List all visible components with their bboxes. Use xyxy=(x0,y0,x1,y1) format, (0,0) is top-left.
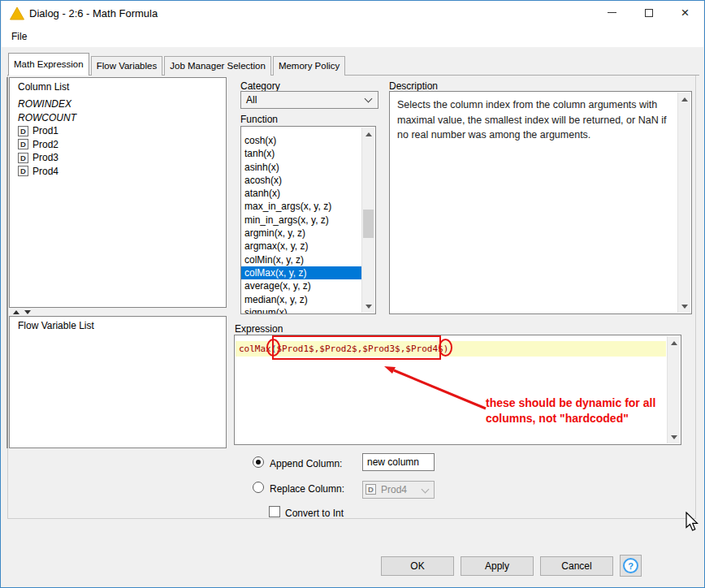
close-button[interactable]: × xyxy=(667,1,703,24)
function-scrollbar[interactable] xyxy=(361,128,374,313)
scrollbar-thumb[interactable] xyxy=(363,210,374,238)
apply-button[interactable]: Apply xyxy=(461,556,534,576)
column-list-header: Column List xyxy=(10,78,226,94)
double-type-icon: D xyxy=(18,166,28,176)
list-item-prod3[interactable]: DProd3 xyxy=(15,151,224,165)
category-value: All xyxy=(246,94,257,106)
column-list: ROWINDEX ROWCOUNT DProd1 DProd2 DProd3 D… xyxy=(15,97,224,178)
list-item-prod4[interactable]: DProd4 xyxy=(15,165,224,179)
scroll-down-icon xyxy=(671,435,677,439)
help-button[interactable]: ? xyxy=(620,555,642,577)
scroll-down-button[interactable] xyxy=(362,300,375,313)
chevron-down-icon xyxy=(422,486,430,494)
scroll-up-icon xyxy=(681,97,688,102)
replace-column-select[interactable]: D Prod4 xyxy=(362,481,435,499)
flow-variable-list-header: Flow Variable List xyxy=(10,317,226,333)
replace-column-label[interactable]: Replace Column: xyxy=(270,483,344,495)
warning-triangle-icon xyxy=(10,6,24,20)
annotation-oval-close-paren xyxy=(439,339,452,357)
function-list-box: cosh(x) tanh(x) asinh(x) acosh(x) atanh(… xyxy=(240,126,376,314)
description-scrollbar[interactable] xyxy=(677,93,690,313)
annotation-line-2: columns, not "hardcoded" xyxy=(486,411,655,426)
scroll-up-button[interactable] xyxy=(362,128,375,141)
description-text: Selects the column index from the column… xyxy=(397,97,668,143)
function-item[interactable]: atanh(x) xyxy=(241,187,361,200)
menu-bar: File xyxy=(2,25,703,47)
scroll-up-icon xyxy=(671,341,677,345)
column-name: Prod2 xyxy=(32,139,58,150)
function-item[interactable]: colMin(x, y, z) xyxy=(241,253,361,266)
column-name: Prod4 xyxy=(32,166,58,177)
double-type-icon: D xyxy=(18,153,28,163)
help-icon: ? xyxy=(623,558,638,573)
list-item-rowindex[interactable]: ROWINDEX xyxy=(15,97,224,111)
annotation-rectangle xyxy=(272,335,441,360)
description-box: Selects the column index from the column… xyxy=(389,91,692,314)
function-item[interactable]: cosh(x) xyxy=(241,134,361,147)
tab-flow-variables[interactable]: Flow Variables xyxy=(91,56,163,76)
convert-to-int-checkbox[interactable] xyxy=(269,506,280,517)
scroll-down-button[interactable] xyxy=(678,300,691,313)
title-bar: Dialog - 2:6 - Math Formula × xyxy=(2,1,703,25)
tab-math-expression[interactable]: Math Expression xyxy=(8,53,89,76)
splitpane-edge xyxy=(6,77,8,448)
replace-column-value: Prod4 xyxy=(381,484,407,495)
scroll-up-button[interactable] xyxy=(668,336,681,349)
category-select[interactable]: All xyxy=(240,91,378,109)
minimize-icon xyxy=(608,12,616,13)
new-column-input[interactable]: new column xyxy=(362,453,435,471)
function-item[interactable]: signum(x) xyxy=(241,306,361,313)
ok-button[interactable]: OK xyxy=(381,556,454,576)
replace-column-radio[interactable] xyxy=(253,482,264,493)
annotation-oval-open-paren xyxy=(266,339,280,357)
function-item[interactable]: min_in_args(x, y, z) xyxy=(241,214,361,227)
expression-label: Expression xyxy=(235,323,283,335)
scroll-down-icon xyxy=(365,305,372,309)
tab-memory-policy[interactable]: Memory Policy xyxy=(273,56,345,76)
radio-selected-dot xyxy=(256,460,261,465)
function-item[interactable]: asinh(x) xyxy=(241,161,361,174)
function-item[interactable]: max_in_args(x, y, z) xyxy=(241,200,361,213)
function-item[interactable]: tanh(x) xyxy=(241,147,361,160)
function-item[interactable]: argmin(x, y, z) xyxy=(241,227,361,240)
list-item-prod1[interactable]: DProd1 xyxy=(15,124,224,138)
scroll-up-icon xyxy=(365,132,372,136)
mouse-cursor xyxy=(686,512,702,533)
function-item-selected[interactable]: colMax(x, y, z) xyxy=(241,266,361,279)
close-icon: × xyxy=(681,6,690,19)
menu-file[interactable]: File xyxy=(8,29,30,44)
tab-job-manager-selection[interactable]: Job Manager Selection xyxy=(164,56,271,76)
tab-bar: Math Expression Flow Variables Job Manag… xyxy=(8,53,345,76)
chevron-down-icon xyxy=(365,95,373,103)
convert-to-int-label[interactable]: Convert to Int xyxy=(285,508,344,519)
column-list-panel: Column List ROWINDEX ROWCOUNT DProd1 DPr… xyxy=(9,77,227,308)
description-label: Description xyxy=(389,80,438,92)
minimize-button[interactable] xyxy=(594,1,630,24)
math-formula-dialog: Dialog - 2:6 - Math Formula × File Math … xyxy=(0,0,705,588)
function-item[interactable]: median(x, y, z) xyxy=(241,293,361,306)
annotation-line-1: these should be dynamic for all xyxy=(486,396,655,411)
expression-scrollbar[interactable] xyxy=(667,336,680,443)
maximize-icon xyxy=(645,9,653,17)
function-label: Function xyxy=(240,114,278,125)
scroll-up-button[interactable] xyxy=(678,93,691,106)
function-item[interactable]: average(x, y, z) xyxy=(241,279,361,292)
scroll-down-button[interactable] xyxy=(668,430,681,443)
function-item[interactable]: argmax(x, y, z) xyxy=(241,240,361,253)
column-name: Prod1 xyxy=(32,125,58,136)
splitpane-divider[interactable] xyxy=(9,308,227,316)
double-type-icon: D xyxy=(365,484,376,495)
list-item-rowcount[interactable]: ROWCOUNT xyxy=(15,111,224,125)
function-list: cosh(x) tanh(x) asinh(x) acosh(x) atanh(… xyxy=(241,134,361,313)
collapse-up-icon[interactable] xyxy=(13,310,19,314)
collapse-down-icon[interactable] xyxy=(24,310,31,314)
column-name: Prod3 xyxy=(32,152,58,163)
window-title: Dialog - 2:6 - Math Formula xyxy=(29,7,158,19)
function-item[interactable]: acosh(x) xyxy=(241,174,361,187)
cancel-button[interactable]: Cancel xyxy=(540,556,613,576)
maximize-button[interactable] xyxy=(630,1,667,24)
list-item-prod2[interactable]: DProd2 xyxy=(15,138,224,152)
append-column-label[interactable]: Append Column: xyxy=(270,458,342,469)
scroll-down-icon xyxy=(681,305,688,309)
append-column-radio[interactable] xyxy=(253,456,264,468)
